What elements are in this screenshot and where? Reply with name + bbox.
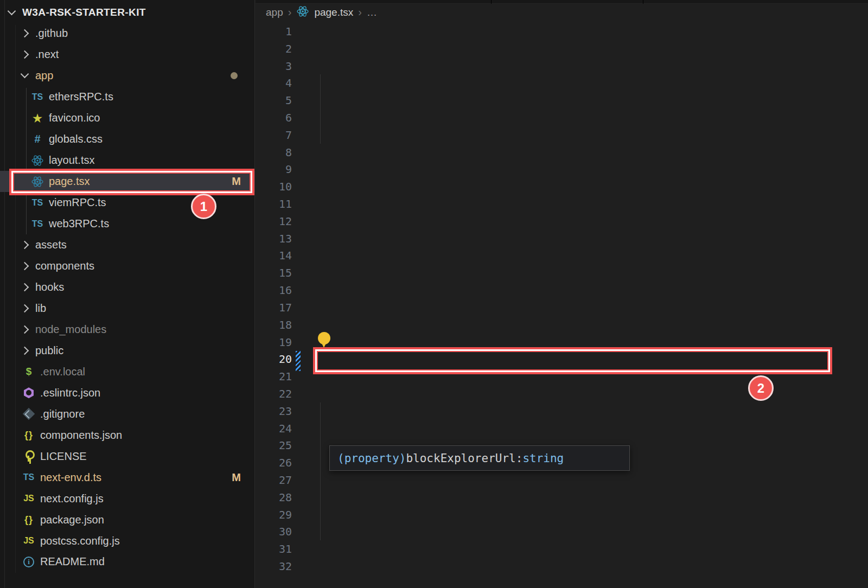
tree-item-web3rpc.ts[interactable]: TSweb3RPC.ts [0,213,255,234]
tree-item-next.config.js[interactable]: JSnext.config.js [0,488,255,509]
code-line-13[interactable]: 13 [256,230,868,247]
tree-item-next-env.d.ts[interactable]: TSnext-env.d.tsM [0,467,255,488]
tree-item-.env.local[interactable]: $.env.local [0,361,255,382]
code-line-32[interactable]: 32 [256,558,868,575]
tree-item-globals.css[interactable]: #globals.css [0,129,255,150]
code-line-21[interactable]: 21 [256,368,868,385]
line-number[interactable]: 21 [256,370,317,383]
line-number[interactable]: 16 [256,284,317,297]
code-line-4[interactable]: 4 [256,74,868,92]
tree-item-node-modules[interactable]: node_modules [0,319,255,340]
line-number[interactable]: 7 [256,129,317,142]
tree-item-.eslintrc.json[interactable]: .eslintrc.json [0,382,255,404]
code-line-18[interactable]: 18 [256,316,868,334]
tree-item-favicon.ico[interactable]: ★favicon.ico [0,107,255,129]
tree-item-page.tsx[interactable]: page.tsxM [0,171,255,192]
tree-item-postcss.config.js[interactable]: JSpostcss.config.js [0,531,255,552]
line-number[interactable]: 29 [256,508,317,521]
line-number[interactable]: 28 [256,491,317,504]
line-number[interactable]: 18 [256,318,317,331]
code-line-1[interactable]: 1 [256,23,868,40]
line-number[interactable]: 14 [256,249,317,262]
code-line-6[interactable]: 6 [256,109,868,126]
line-number[interactable]: 32 [256,560,317,573]
code-line-20[interactable]: 20 [256,350,868,368]
code-line-31[interactable]: 31 [256,540,868,558]
code-line-7[interactable]: 7 [256,126,868,144]
code-line-22[interactable]: 22 [256,385,868,402]
code-line-8[interactable]: 8 [256,144,868,161]
file-label: public [35,344,63,357]
line-number[interactable]: 31 [256,542,317,555]
tree-item-hooks[interactable]: hooks [0,277,255,298]
code-line-5[interactable]: 5 [256,92,868,109]
breadcrumb-file[interactable]: page.tsx [314,7,353,18]
tree-item-.next[interactable]: .next [0,44,255,65]
breadcrumb-folder[interactable]: app [266,7,283,18]
line-number[interactable]: 8 [256,146,317,159]
code-line-30[interactable]: 30 [256,523,868,541]
code-line-11[interactable]: 11 [256,195,868,213]
indent-guide [320,126,321,144]
tree-item-.github[interactable]: .github [0,23,255,44]
line-number[interactable]: 3 [256,60,317,73]
code-line-23[interactable]: 23 [256,402,868,420]
line-number[interactable]: 2 [256,42,317,55]
breadcrumb-more[interactable]: … [367,7,377,18]
tree-item-lib[interactable]: lib [0,298,255,319]
breadcrumb[interactable]: app › page.tsx › … [266,4,377,21]
code-line-15[interactable]: 15 [256,264,868,282]
tree-item-license[interactable]: LICENSE [0,446,255,467]
tree-item-components.json[interactable]: {}components.json [0,425,255,446]
chevron-down-icon [21,70,29,79]
tree-item-public[interactable]: public [0,340,255,361]
code-line-10[interactable]: 10 [256,178,868,195]
line-number[interactable]: 12 [256,215,317,228]
line-number[interactable]: 20 [256,353,317,366]
code-line-19[interactable]: 19 [256,334,868,351]
code-line-12[interactable]: 12 [256,213,868,230]
line-number[interactable]: 22 [256,387,317,400]
line-number[interactable]: 27 [256,474,317,487]
code-line-16[interactable]: 16 [256,282,868,299]
tree-item-viemrpc.ts[interactable]: TSviemRPC.ts [0,192,255,213]
code-line-27[interactable]: 27 [256,471,868,489]
tree-item-components[interactable]: components [0,255,255,277]
line-number[interactable]: 10 [256,180,317,193]
tree-item-app[interactable]: app [0,65,255,86]
line-number[interactable]: 1 [256,25,317,38]
line-number[interactable]: 4 [256,76,317,90]
code-line-14[interactable]: 14 [256,247,868,265]
line-number[interactable]: 6 [256,111,317,124]
line-number[interactable]: 19 [256,336,317,349]
code-line-2[interactable]: 2 [256,40,868,57]
code-line-24[interactable]: 24 [256,420,868,437]
line-number[interactable]: 11 [256,197,317,210]
code-line-3[interactable]: 3 [256,57,868,75]
indent-guide [320,74,321,92]
code-line-29[interactable]: 29 [256,506,868,523]
tree-item-readme.md[interactable]: iREADME.md [0,551,255,572]
file-label: components.json [40,429,122,442]
line-number[interactable]: 25 [256,439,317,452]
chevron-right-icon [21,347,29,355]
tree-item-w3a-rsk-starter-kit[interactable]: W3A-RSK-STARTER-KIT [0,2,255,23]
tree-item-layout.tsx[interactable]: layout.tsx [0,150,255,171]
line-number[interactable]: 30 [256,525,317,538]
line-number[interactable]: 13 [256,232,317,245]
code-line-28[interactable]: 28 [256,489,868,506]
tree-item-.gitignore[interactable]: .gitignore [0,404,255,425]
line-number[interactable]: 26 [256,456,317,469]
tree-item-assets[interactable]: assets [0,234,255,255]
line-number[interactable]: 15 [256,266,317,279]
tree-item-ethersrpc.ts[interactable]: TSethersRPC.ts [0,86,255,107]
code-line-17[interactable]: 17 [256,299,868,316]
line-number[interactable]: 5 [256,94,317,107]
line-number[interactable]: 17 [256,301,317,314]
code-area[interactable]: 1234567891011121314151617181920212223242… [256,23,868,575]
tree-item-package.json[interactable]: {}package.json [0,509,255,531]
code-line-9[interactable]: 9 [256,161,868,178]
line-number[interactable]: 24 [256,422,317,435]
line-number[interactable]: 9 [256,163,317,176]
line-number[interactable]: 23 [256,405,317,418]
